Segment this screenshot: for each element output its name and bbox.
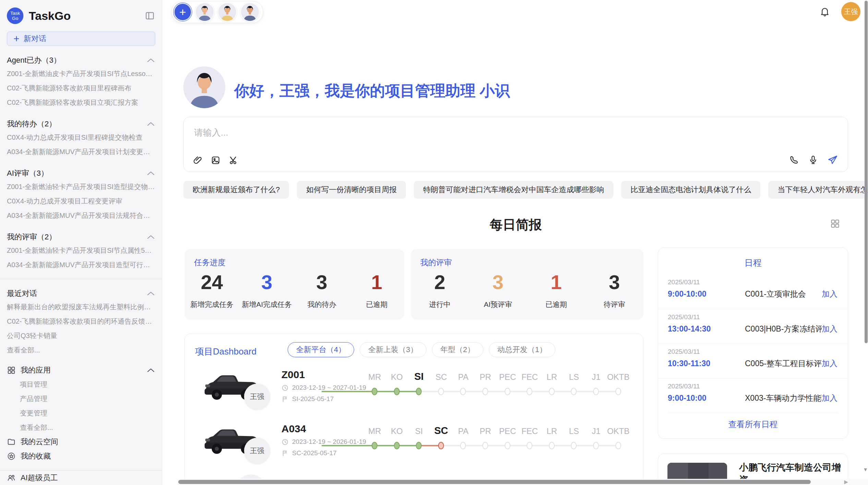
sidebar-task-item[interactable]: Z001-全新燃油皮卡产品开发项目SI节点Lesson Learn报告: [7, 66, 155, 81]
dashboard-title: 项目Dashboard: [195, 346, 256, 358]
microphone-icon[interactable]: [808, 155, 818, 165]
sidebar-section-header[interactable]: Agent已办（3）: [7, 54, 155, 66]
schedule-view-all-link[interactable]: 查看所有日程: [658, 419, 848, 430]
project-row[interactable]: 王强 A034 2023-12-19 ~ 2026-01-19 SC-2025-…: [185, 414, 643, 468]
sidebar-tool-AI超级员工[interactable]: AI超级员工: [7, 471, 155, 485]
suggestion-chip[interactable]: 如何写一份清晰的项目周报: [297, 181, 406, 199]
header-actions: 王强: [819, 2, 860, 21]
sidebar-link-我的收藏[interactable]: 我的收藏: [7, 449, 155, 463]
agent-avatar-1[interactable]: [195, 2, 214, 22]
sidebar-section-header[interactable]: AI评审（3）: [7, 167, 155, 179]
stat-value: 24: [201, 269, 223, 296]
sidebar-section: AI评审（3） Z001-全新燃油轻卡产品开发项目SI造型提交物评审C0X4-动…: [7, 167, 155, 223]
sidebar-link-我的云空间[interactable]: 我的云空间: [7, 435, 155, 449]
recent-conversation-item[interactable]: 公司Q3轻卡销量: [7, 328, 155, 343]
stat-value: 3: [492, 269, 503, 296]
sidebar-section-header[interactable]: 我的待办（2）: [7, 118, 155, 130]
milestone-dot: [505, 388, 510, 395]
folder-icon: [7, 437, 16, 446]
image-icon[interactable]: [210, 155, 221, 165]
project-row[interactable]: 王强 Z001 2023-12-19 ~ 2027-01-19 SI-2025-…: [185, 360, 643, 414]
chat-input[interactable]: [184, 117, 848, 146]
notification-bell-icon[interactable]: [819, 6, 830, 17]
schedule-join-link[interactable]: 加入: [822, 324, 837, 334]
app-link[interactable]: 变更管理: [20, 406, 155, 420]
horizontal-scrollbar[interactable]: ▶: [177, 479, 868, 485]
scroll-down-arrow-icon[interactable]: ▼: [863, 467, 868, 472]
sidebar-task-item[interactable]: C02-飞腾新能源轻客改款项目立项汇报方案: [7, 95, 155, 110]
agent-avatar-3[interactable]: [240, 2, 260, 22]
recent-conversation-item[interactable]: C02-飞腾新能源轻客改款项目的闭环通告反馈情况: [7, 314, 155, 328]
sidebar-task-item[interactable]: A034-全新新能源MUV产品开发项目造型可行性评审: [7, 258, 155, 272]
my-apps-header[interactable]: 我的应用: [7, 363, 155, 377]
apps-view-all-link[interactable]: 查看全部...: [20, 420, 155, 435]
scissors-icon[interactable]: [228, 155, 239, 165]
schedule-join-link[interactable]: 加入: [822, 393, 837, 403]
app-link[interactable]: 项目管理: [20, 377, 155, 391]
sidebar-task-item[interactable]: Z001-全新燃油轻卡产品开发项目SI节点属性5D文件评审: [7, 243, 155, 258]
send-icon[interactable]: [827, 154, 838, 165]
dashboard-tab[interactable]: 年型（2）: [432, 342, 483, 357]
suggestion-chip[interactable]: 当下年轻人对汽车外观有怎样的喜好趋势: [768, 181, 868, 199]
sidebar-task-item[interactable]: C02-飞腾新能源轻客改款项目里程碑画布: [7, 81, 155, 95]
horizontal-scrollbar-thumb[interactable]: [178, 480, 811, 484]
schedule-item-name: X003-车辆动力学性能验...: [745, 393, 822, 403]
scroll-right-arrow-icon[interactable]: ▶: [844, 479, 848, 485]
milestone-dot: [394, 388, 400, 395]
dashboard-tab[interactable]: 动总开发（1）: [489, 342, 555, 357]
add-agent-button[interactable]: +: [174, 3, 192, 21]
layout-grid-icon[interactable]: [830, 219, 840, 229]
recent-view-all-link[interactable]: 查看全部...: [7, 343, 155, 357]
sidebar-section: Agent已办（3） Z001-全新燃油皮卡产品开发项目SI节点Lesson L…: [7, 54, 155, 110]
schedule-item: 2025/03/11 9:00-10:00 C001-立项审批会 加入: [658, 274, 848, 309]
vertical-scrollbar[interactable]: ▼: [864, 0, 868, 485]
schedule-item-date: 2025/03/11: [668, 312, 837, 322]
daily-brief-title: 每日简报: [183, 216, 848, 234]
chevron-up-icon: [147, 122, 155, 126]
sidebar-section-header[interactable]: 我的评审（2）: [7, 231, 155, 243]
project-owner-avatar: 王强: [244, 384, 270, 410]
sidebar-link-label: 我的云空间: [21, 437, 58, 447]
stat-value: 3: [261, 269, 272, 296]
app-title: TaskGo: [29, 9, 145, 23]
paperclip-icon[interactable]: [193, 155, 203, 165]
recent-conversation-item[interactable]: 解释最新出台的欧盟报废车法规再生塑料比例被调至15%...: [7, 300, 155, 314]
sidebar-task-item[interactable]: C0X4-动力总成开发项目SI里程碑提交物检查: [7, 130, 155, 145]
milestone-dot: [593, 388, 599, 395]
schedule-item-name: C005-整车工程目标评审: [745, 358, 822, 369]
person-illustration: [183, 66, 225, 108]
sidebar-collapse-icon[interactable]: [145, 11, 155, 21]
vertical-scrollbar-thumb[interactable]: [865, 1, 868, 343]
sidebar-section-title: Agent已办（3）: [7, 55, 61, 65]
stat-label: 已逾期: [366, 300, 387, 309]
suggestion-chip[interactable]: 特朗普可能对进口汽车增税会对中国车企造成哪些影响: [414, 181, 613, 199]
clock-icon: [281, 384, 289, 391]
dashboard-tab[interactable]: 全新上装（3）: [360, 342, 426, 357]
flag-icon: [281, 450, 289, 457]
user-avatar[interactable]: 王强: [841, 2, 860, 21]
schedule-join-link[interactable]: 加入: [822, 358, 837, 369]
sidebar-section-header[interactable]: 最近对话: [7, 287, 155, 300]
suggestion-chip[interactable]: 欧洲新规最近颁布了什么?: [183, 181, 289, 199]
chevron-up-icon: [147, 235, 155, 239]
suggestion-chip[interactable]: 比亚迪全固态电池计划具体说了什么: [621, 181, 760, 199]
stat-value: 1: [551, 269, 562, 296]
logo-text-1: Task: [10, 11, 20, 16]
sidebar-task-item[interactable]: C0X4-动力总成开发项目工程变更评审: [7, 194, 155, 208]
schedule-item-date: 2025/03/11: [668, 381, 837, 391]
phone-icon[interactable]: [789, 155, 799, 165]
briefing-card: 我的评审 2 进行中 3 AI预评审 1 已逾期 3 待评审: [411, 249, 643, 320]
star-circle-icon: [7, 452, 16, 461]
dashboard-tab[interactable]: 全新平台（4）: [288, 342, 354, 357]
app-link[interactable]: 产品管理: [20, 391, 155, 406]
main-content: + 王强: [162, 0, 868, 485]
suggestion-chips: 欧洲新规最近颁布了什么?如何写一份清晰的项目周报特朗普可能对进口汽车增税会对中国…: [183, 181, 850, 199]
sidebar-task-item[interactable]: Z001-全新燃油轻卡产品开发项目SI造型提交物评审: [7, 179, 155, 194]
stat-label: 我的待办: [308, 300, 336, 309]
sidebar-task-item[interactable]: A034-全新新能源MUV产品开发项目计划变更表编写: [7, 145, 155, 159]
sidebar-task-item[interactable]: A034-全新新能源MUV产品开发项目法规符合性评审: [7, 208, 155, 223]
new-chat-button[interactable]: 新对话: [7, 32, 155, 46]
agent-avatar-2[interactable]: [218, 2, 237, 22]
schedule-join-link[interactable]: 加入: [822, 289, 837, 299]
sidebar-section-title: 我的评审（2）: [7, 232, 56, 242]
